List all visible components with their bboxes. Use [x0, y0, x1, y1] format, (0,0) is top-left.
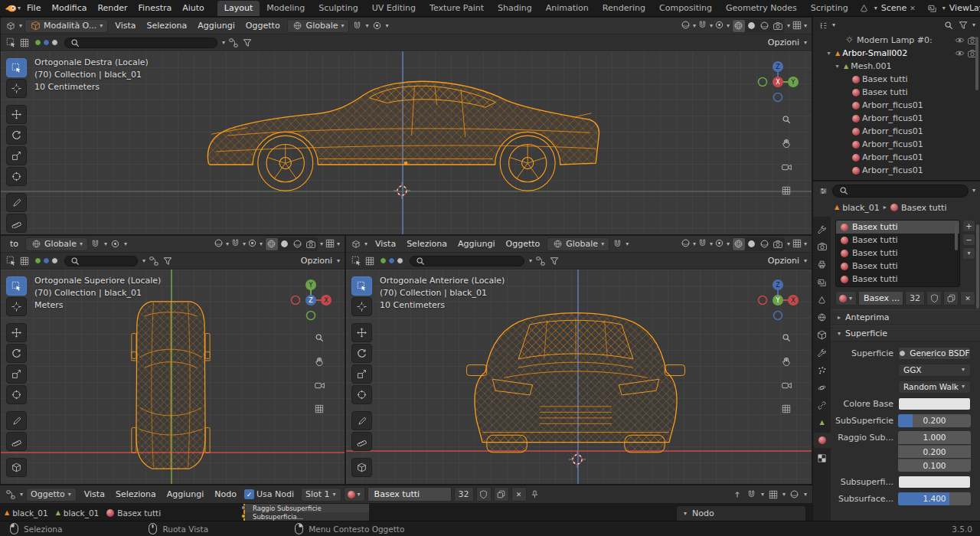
orientation-dropdown[interactable]: Globale ▾ — [547, 237, 609, 251]
value-slider[interactable]: 1.400 — [898, 492, 971, 505]
viewport-search-input[interactable] — [410, 256, 524, 266]
color-dot-icon[interactable] — [388, 257, 395, 264]
navigation-gizmo[interactable]: ZYX — [755, 59, 801, 105]
properties-tab-render[interactable] — [814, 239, 831, 254]
active-tool-icon[interactable] — [5, 255, 17, 267]
tool-settings-icon[interactable] — [364, 255, 376, 267]
cursor-3d[interactable] — [569, 451, 586, 468]
chevron-down-icon[interactable]: ▾ — [831, 22, 836, 28]
properties-tab-constraints[interactable] — [814, 397, 831, 413]
show-overlays-icon[interactable] — [324, 237, 336, 250]
tool-cursor3d-button[interactable] — [6, 79, 27, 98]
shading-material-icon[interactable] — [292, 238, 304, 250]
hide-in-viewport-icon[interactable] — [954, 35, 965, 46]
zoom-icon[interactable] — [779, 331, 793, 345]
add-slot-button[interactable]: + — [962, 220, 975, 232]
tool-select-button[interactable] — [6, 58, 27, 77]
workspace-tab-uv-editing[interactable]: UV Editing — [365, 1, 423, 16]
material-slot[interactable]: Basex tutti — [836, 273, 959, 286]
color-dot-icon[interactable] — [34, 39, 41, 46]
workspace-tab-texture-paint[interactable]: Texture Paint — [423, 1, 491, 16]
workspace-tab-animation[interactable]: Animation — [539, 1, 596, 16]
value-slider[interactable]: 0.200 — [898, 414, 971, 427]
use-nodes-checkbox[interactable]: ✓ — [244, 489, 254, 499]
car-wireframe-side[interactable] — [191, 54, 621, 192]
tool-move-button[interactable] — [351, 323, 372, 342]
overlays-icon[interactable] — [767, 489, 779, 501]
node-sidebar-tab[interactable]: ▾ Nodo — [676, 505, 806, 521]
tool-cursor3d-button[interactable] — [351, 297, 372, 316]
menu-vista[interactable]: Vista — [370, 237, 401, 250]
pivot-point-icon[interactable] — [213, 237, 225, 250]
menu-vista[interactable]: Vista — [109, 19, 141, 32]
properties-tab-output[interactable] — [814, 257, 831, 272]
viewport-canvas[interactable]: Ortogonale Anteriore (Locale) (70) Colle… — [346, 270, 812, 484]
tool-rotate-button[interactable] — [6, 344, 27, 363]
outliner-scrollbar[interactable] — [975, 37, 978, 90]
chevron-down-icon[interactable]: ▾ — [972, 22, 976, 28]
properties-tab-texture[interactable] — [814, 450, 831, 466]
material-slot[interactable]: Basex tutti — [836, 221, 959, 234]
outliner-item[interactable]: Arborr_ficus01 — [813, 125, 980, 138]
shading-rendered-icon[interactable] — [305, 238, 317, 250]
color-dot-icon[interactable] — [380, 257, 387, 264]
preview-icon[interactable] — [789, 489, 801, 501]
unlink-button[interactable]: ✕ — [511, 487, 527, 502]
number-field[interactable]: 0.100 — [898, 459, 971, 472]
workspace-tab-layout[interactable]: Layout — [217, 1, 260, 16]
outliner-item[interactable]: Modern Lamp #0: — [813, 34, 980, 47]
filter-icon[interactable] — [957, 19, 969, 31]
shader-node-canvas[interactable]: ▲black_01▲black_01Basex tutti Raggio Sub… — [0, 504, 812, 521]
outliner-item[interactable]: Basex tutti — [813, 73, 980, 86]
tool-cube-button[interactable] — [6, 458, 27, 477]
chevron-down-icon[interactable]: ▾ — [782, 492, 786, 498]
material-slot[interactable]: Basex tutti — [836, 234, 959, 247]
tool-select-button[interactable] — [351, 276, 372, 296]
unlink-button[interactable]: ✕ — [960, 291, 975, 306]
pin-icon[interactable] — [529, 489, 541, 501]
slot-scrollbar[interactable] — [955, 223, 958, 250]
tool-annotate-button[interactable] — [6, 193, 27, 212]
shader-type-button[interactable]: Generico BSDF — [898, 347, 971, 360]
tool-rotate-button[interactable] — [6, 126, 27, 145]
disclosure-icon[interactable]: ▾ — [833, 63, 841, 70]
tool-scale-button[interactable] — [6, 364, 27, 384]
view-object-types-icon[interactable] — [148, 255, 160, 267]
shading-material-icon[interactable] — [759, 238, 771, 250]
shading-material-icon[interactable] — [759, 20, 771, 32]
shader-type-dropdown[interactable]: Oggetto ▾ — [26, 488, 77, 502]
close-icon[interactable]: ✕ — [910, 5, 916, 12]
menu-oggetto[interactable]: Oggetto — [240, 19, 286, 32]
properties-tab-world[interactable] — [814, 309, 831, 325]
tool-rotate-button[interactable] — [351, 344, 372, 363]
chevron-down-icon[interactable]: ▾ — [726, 19, 730, 33]
scene-selector[interactable]: ▾ Scene ✕ — [855, 2, 919, 15]
orientation-dropdown[interactable]: Globale ▾ — [25, 237, 88, 251]
tool-move-button[interactable] — [6, 105, 27, 124]
hide-in-viewport-icon[interactable] — [954, 48, 965, 59]
active-tool-icon[interactable] — [350, 255, 362, 267]
mode-dropdown[interactable]: Modalità O... ▾ — [24, 19, 108, 33]
menu-modifica[interactable]: Modifica — [46, 2, 92, 15]
shading-wireframe-icon[interactable] — [733, 238, 745, 250]
shading-solid-icon[interactable] — [279, 238, 291, 250]
chevron-down-icon[interactable]: ▾ — [336, 258, 341, 264]
show-overlays-icon[interactable] — [791, 19, 803, 31]
viewport-search-input[interactable] — [64, 38, 217, 48]
properties-tab-tool[interactable] — [814, 221, 831, 237]
pan-icon[interactable] — [312, 355, 326, 368]
material-browse-dropdown[interactable]: ▾ — [835, 291, 857, 306]
surface-panel-header[interactable]: ▾ Superficie — [831, 325, 980, 342]
slot-specials-button[interactable]: ▾ — [962, 247, 975, 260]
editor-type-icon[interactable] — [817, 185, 829, 197]
properties-tab-material[interactable] — [814, 433, 831, 448]
menu-seleziona[interactable]: Seleziona — [141, 19, 192, 32]
outliner-item[interactable]: ▾▲Arbor-Small002 — [813, 47, 980, 60]
pan-icon[interactable] — [779, 355, 793, 368]
filter-icon[interactable] — [241, 37, 253, 49]
users-count-badge[interactable]: 32 — [454, 487, 474, 502]
new-material-button[interactable] — [494, 487, 509, 502]
properties-tab-object-data[interactable]: ▲ — [814, 415, 831, 430]
outliner-item[interactable]: Arborr_ficus01 — [813, 99, 980, 112]
chevron-down-icon[interactable]: ▾ — [364, 23, 369, 29]
